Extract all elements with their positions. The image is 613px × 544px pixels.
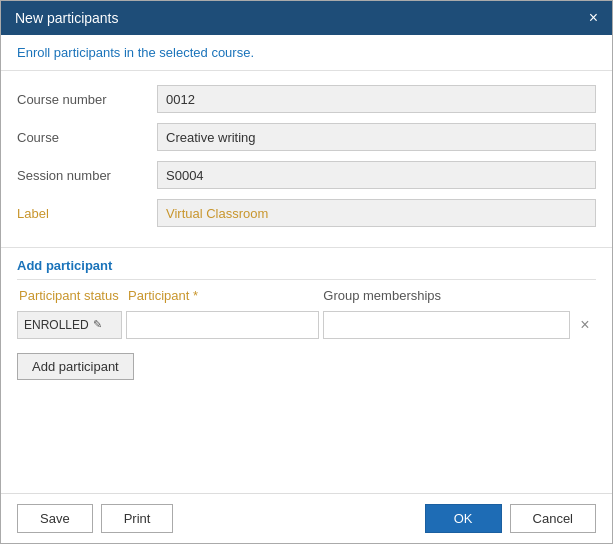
footer-right: OK Cancel xyxy=(425,504,596,533)
label-row: Label xyxy=(17,199,596,227)
new-participants-dialog: New participants × Enroll participants i… xyxy=(0,0,613,544)
course-number-label: Course number xyxy=(17,92,157,107)
dialog-body: Enroll participants in the selected cour… xyxy=(1,35,612,493)
close-button[interactable]: × xyxy=(589,10,598,26)
print-button[interactable]: Print xyxy=(101,504,174,533)
add-participant-button[interactable]: Add participant xyxy=(17,353,134,380)
group-input[interactable] xyxy=(323,311,570,339)
participant-row: ENROLLED ✎ × xyxy=(17,311,596,339)
edit-icon: ✎ xyxy=(93,318,102,331)
participant-input[interactable] xyxy=(126,311,319,339)
dialog-header: New participants × xyxy=(1,1,612,35)
col-group-header: Group memberships xyxy=(323,288,572,303)
enroll-text: Enroll participants in the selected cour… xyxy=(1,35,612,71)
session-number-row: Session number xyxy=(17,161,596,189)
course-number-input[interactable] xyxy=(157,85,596,113)
ok-button[interactable]: OK xyxy=(425,504,502,533)
col-status-header: Participant status xyxy=(19,288,124,305)
course-input[interactable] xyxy=(157,123,596,151)
course-number-row: Course number xyxy=(17,85,596,113)
session-number-input[interactable] xyxy=(157,161,596,189)
label-label: Label xyxy=(17,206,157,221)
save-button[interactable]: Save xyxy=(17,504,93,533)
remove-participant-button[interactable]: × xyxy=(574,316,596,334)
status-value: ENROLLED xyxy=(24,318,89,332)
col-participant-header: Participant * xyxy=(128,288,319,303)
participant-table-header: Participant status Participant * Group m… xyxy=(17,288,596,305)
cancel-button[interactable]: Cancel xyxy=(510,504,596,533)
status-cell: ENROLLED ✎ xyxy=(17,311,122,339)
add-participant-heading: Add participant xyxy=(17,258,596,280)
course-label: Course xyxy=(17,130,157,145)
dialog-title: New participants xyxy=(15,10,119,26)
label-input[interactable] xyxy=(157,199,596,227)
add-participant-section: Add participant Participant status Parti… xyxy=(1,248,612,386)
dialog-footer: Save Print OK Cancel xyxy=(1,493,612,543)
session-number-label: Session number xyxy=(17,168,157,183)
enroll-message: Enroll participants in the selected cour… xyxy=(17,45,254,60)
course-row: Course xyxy=(17,123,596,151)
course-info-section: Course number Course Session number Labe… xyxy=(1,71,612,248)
footer-left: Save Print xyxy=(17,504,173,533)
